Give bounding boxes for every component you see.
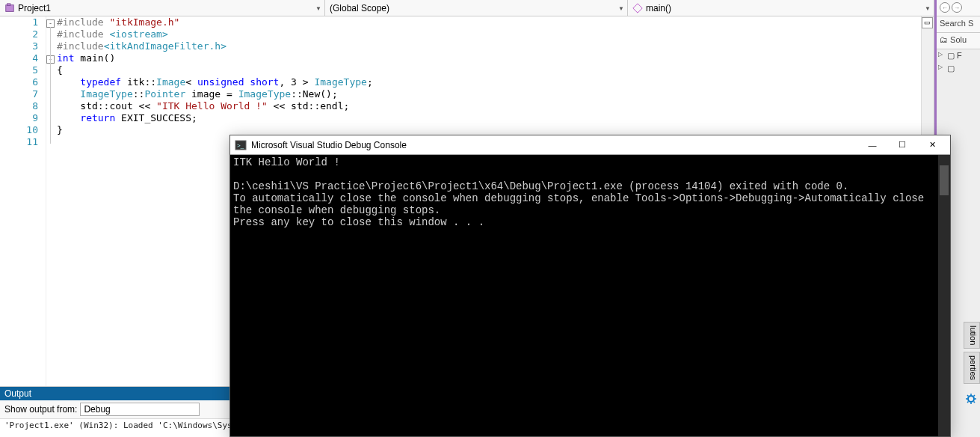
search-box[interactable]: Search S <box>937 16 980 33</box>
scope-dropdown-label: (Global Scope) <box>330 3 389 13</box>
function-dropdown[interactable]: main() ▼ <box>628 0 934 16</box>
code-line[interactable]: ImageType::Pointer image = ImageType::Ne… <box>57 88 920 100</box>
window-buttons: — ☐ ✕ <box>857 135 947 155</box>
svg-rect-1 <box>7 3 10 5</box>
minimize-button[interactable]: — <box>857 135 887 155</box>
nav-arrows: ← → <box>937 0 980 16</box>
line-number: 6 <box>0 76 46 88</box>
line-number: 8 <box>0 100 46 112</box>
console-app-icon: >_ <box>235 139 247 151</box>
line-number: 10 <box>0 124 46 136</box>
code-line[interactable]: #include<itkAndImageFilter.h> <box>57 40 920 52</box>
settings-icon[interactable] <box>965 393 977 407</box>
tree-node[interactable]: ▢ <box>937 62 980 75</box>
solution-explorer-header[interactable]: 🗂 Solu <box>937 33 980 49</box>
code-line[interactable]: #include "itkImage.h" <box>57 16 920 28</box>
code-line[interactable]: return EXIT_SUCCESS; <box>57 112 920 124</box>
scrollbar-thumb[interactable] <box>940 165 949 195</box>
line-number: 2 <box>0 28 46 40</box>
svg-rect-2 <box>633 3 642 12</box>
project-icon <box>4 3 15 13</box>
console-vertical-scrollbar[interactable] <box>938 155 950 436</box>
chevron-down-icon: ▼ <box>925 4 931 11</box>
line-number: 7 <box>0 88 46 100</box>
code-line[interactable]: typedef itk::Image< unsigned short, 3 > … <box>57 76 920 88</box>
svg-point-3 <box>968 396 974 402</box>
properties-tab[interactable]: perties <box>964 352 980 384</box>
line-number: 9 <box>0 112 46 124</box>
line-number: 11 <box>0 136 46 148</box>
chevron-down-icon: ▼ <box>315 4 321 11</box>
line-number: 5 <box>0 64 46 76</box>
console-output[interactable]: ITK Hello World ! D:\ceshi1\VS Practice\… <box>230 155 938 436</box>
solution-explorer-tab[interactable]: lution <box>964 322 980 349</box>
method-icon <box>632 3 643 13</box>
solution-header-label: Solu <box>950 35 967 44</box>
output-source-dropdown[interactable]: Debug <box>80 403 200 416</box>
solution-icon: 🗂 <box>940 35 948 44</box>
fold-column: -- <box>46 16 57 386</box>
code-line[interactable]: { <box>57 64 920 76</box>
line-number: 3 <box>0 40 46 52</box>
context-dropdown-bar: Project1 ▼ (Global Scope) ▼ main() ▼ <box>0 0 980 16</box>
code-line[interactable]: int main() <box>57 52 920 64</box>
line-number: 4 <box>0 52 46 64</box>
function-dropdown-label: main() <box>646 3 671 13</box>
console-title-text: Microsoft Visual Studio Debug Console <box>251 140 857 150</box>
maximize-button[interactable]: ☐ <box>887 135 917 155</box>
project-dropdown[interactable]: Project1 ▼ <box>0 0 325 16</box>
chevron-down-icon: ▼ <box>618 4 624 11</box>
code-line[interactable]: #include <iostream> <box>57 28 920 40</box>
console-titlebar[interactable]: >_ Microsoft Visual Studio Debug Console… <box>230 135 950 155</box>
scope-dropdown[interactable]: (Global Scope) ▼ <box>325 0 628 16</box>
line-number: 1 <box>0 16 46 28</box>
project-dropdown-label: Project1 <box>18 3 51 13</box>
close-button[interactable]: ✕ <box>917 135 947 155</box>
split-box-icon[interactable]: ▭ <box>922 17 933 28</box>
output-source-label: Show output from: <box>4 404 77 415</box>
line-number-gutter: 1234567891011 <box>0 16 46 386</box>
code-line[interactable]: std::cout << "ITK Hello World !" << std:… <box>57 100 920 112</box>
debug-console-window[interactable]: >_ Microsoft Visual Studio Debug Console… <box>229 135 951 437</box>
svg-text:>_: >_ <box>237 142 244 149</box>
tree-node[interactable]: ▢ F <box>937 49 980 62</box>
nav-back-icon[interactable]: ← <box>940 2 950 13</box>
nav-forward-icon[interactable]: → <box>952 2 962 13</box>
